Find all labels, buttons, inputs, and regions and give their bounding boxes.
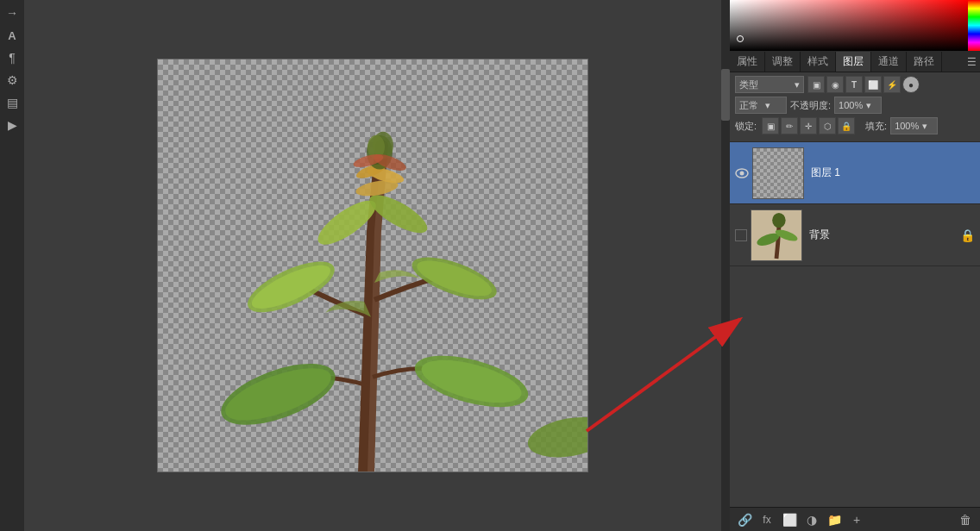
tab-properties[interactable]: 属性 — [730, 52, 765, 72]
lock-artboard-icon[interactable]: ⬡ — [819, 117, 836, 134]
canvas-area — [24, 0, 721, 531]
filter-shape-icon[interactable]: ⬜ — [864, 76, 882, 93]
layer-list: 图层 1 背景 🔒 — [730, 142, 980, 507]
tool-layers[interactable]: ▤ — [3, 93, 22, 112]
add-adjustment-icon[interactable]: ◑ — [802, 510, 821, 529]
add-mask-icon[interactable]: ⬜ — [780, 510, 799, 529]
filter-text-icon[interactable]: T — [845, 76, 863, 93]
opacity-label: 不透明度: — [790, 99, 831, 112]
tab-adjustments[interactable]: 调整 — [765, 52, 801, 72]
layer-bg-checkbox[interactable] — [735, 229, 747, 241]
layer-1-thumbnail — [752, 147, 804, 199]
left-toolbar: → A ¶ ⚙ ▤ ▶ — [0, 0, 24, 531]
opacity-row: 不透明度: 100% ▾ — [790, 97, 975, 114]
layer-1-visibility-icon[interactable] — [735, 166, 749, 180]
link-layers-icon[interactable]: 🔗 — [735, 510, 754, 529]
tool-settings[interactable]: ⚙ — [3, 71, 22, 90]
color-indicator — [737, 35, 744, 42]
color-gradient[interactable] — [730, 0, 968, 51]
tab-paths[interactable]: 路径 — [907, 52, 942, 72]
opacity-number: 100% — [839, 100, 863, 110]
lock-pixels-icon[interactable]: ▣ — [762, 117, 779, 134]
layer-bottom-bar: 🔗 fx ⬜ ◑ 📁 + 🗑 — [730, 507, 980, 531]
lock-label: 锁定: — [735, 120, 757, 133]
layer-1-thumb-checker — [753, 148, 803, 198]
lock-fill-row: 锁定: ▣ ✏ ✛ ⬡ 🔒 填充: 100% ▾ — [735, 117, 975, 134]
filter-pixel-icon[interactable]: ▣ — [807, 76, 825, 93]
fill-section: 填充: 100% ▾ — [865, 117, 975, 134]
vertical-scrollbar[interactable] — [721, 0, 730, 531]
type-filter-label: 类型 — [739, 78, 758, 91]
color-picker-area — [730, 0, 980, 52]
canvas-container — [157, 59, 588, 472]
layer-bg-name: 背景 — [806, 228, 957, 242]
blend-mode-dropdown[interactable]: 正常 ▾ — [735, 97, 787, 114]
tool-paragraph[interactable]: ¶ — [3, 48, 22, 67]
tab-layers[interactable]: 图层 — [836, 52, 871, 72]
add-style-icon[interactable]: fx — [757, 510, 776, 529]
lock-section: 锁定: ▣ ✏ ✛ ⬡ 🔒 — [735, 117, 855, 134]
color-spectrum-bar[interactable] — [968, 0, 980, 51]
type-filter-row: 类型 ▾ ▣ ◉ T ⬜ ⚡ ● — [735, 76, 975, 93]
fill-arrow: ▾ — [922, 121, 927, 132]
opacity-arrow: ▾ — [866, 100, 871, 111]
svg-point-20 — [740, 171, 744, 175]
panel-tabs: 属性 调整 样式 图层 通道 路径 ☰ — [730, 52, 980, 72]
lock-position-icon[interactable]: ✛ — [800, 117, 817, 134]
delete-layer-icon[interactable]: 🗑 — [956, 510, 975, 529]
blend-dropdown-arrow: ▾ — [765, 100, 770, 111]
tab-styles[interactable]: 样式 — [801, 52, 836, 72]
fill-value[interactable]: 100% ▾ — [890, 117, 938, 134]
add-group-icon[interactable]: 📁 — [825, 510, 844, 529]
svg-point-30 — [772, 212, 785, 227]
tab-channels[interactable]: 通道 — [871, 52, 907, 72]
scrollbar-thumb[interactable] — [721, 69, 730, 121]
lock-paint-icon[interactable]: ✏ — [781, 117, 798, 134]
filter-icons: ▣ ◉ T ⬜ ⚡ ● — [807, 76, 920, 93]
filter-toggle-icon[interactable]: ● — [902, 76, 920, 93]
opacity-value[interactable]: 100% ▾ — [834, 97, 882, 114]
canvas-image — [158, 59, 587, 472]
layer-1-name: 图层 1 — [807, 166, 975, 180]
tool-move[interactable]: → — [3, 3, 22, 22]
type-filter-dropdown[interactable]: 类型 ▾ — [735, 76, 804, 93]
panel-menu-icon[interactable]: ☰ — [967, 56, 977, 68]
layer-bg-lock-icon: 🔒 — [960, 228, 975, 242]
lock-icons: ▣ ✏ ✛ ⬡ 🔒 — [762, 117, 855, 134]
lock-all-icon[interactable]: 🔒 — [838, 117, 855, 134]
fill-label: 填充: — [865, 120, 887, 133]
fill-number: 100% — [895, 121, 919, 131]
tool-play[interactable]: ▶ — [3, 116, 22, 134]
layer-bg-thumbnail — [751, 209, 802, 261]
right-panel: 属性 调整 样式 图层 通道 路径 ☰ 类型 ▾ ▣ ◉ T ⬜ ⚡ ● — [730, 0, 980, 531]
filter-smart-icon[interactable]: ⚡ — [883, 76, 901, 93]
svg-point-18 — [525, 411, 587, 463]
filter-adjust-icon[interactable]: ◉ — [826, 76, 844, 93]
layer-item-background[interactable]: 背景 🔒 — [730, 204, 980, 266]
layer-item-1[interactable]: 图层 1 — [730, 142, 980, 204]
dropdown-arrow-icon: ▾ — [795, 79, 800, 91]
blend-mode-label: 正常 — [739, 99, 758, 112]
blend-opacity-row: 正常 ▾ 不透明度: 100% ▾ — [735, 97, 975, 114]
add-layer-icon[interactable]: + — [847, 510, 866, 529]
layer-controls: 类型 ▾ ▣ ◉ T ⬜ ⚡ ● 正常 ▾ 不透明度: 100% — [730, 72, 980, 142]
tool-text[interactable]: A — [3, 26, 22, 45]
